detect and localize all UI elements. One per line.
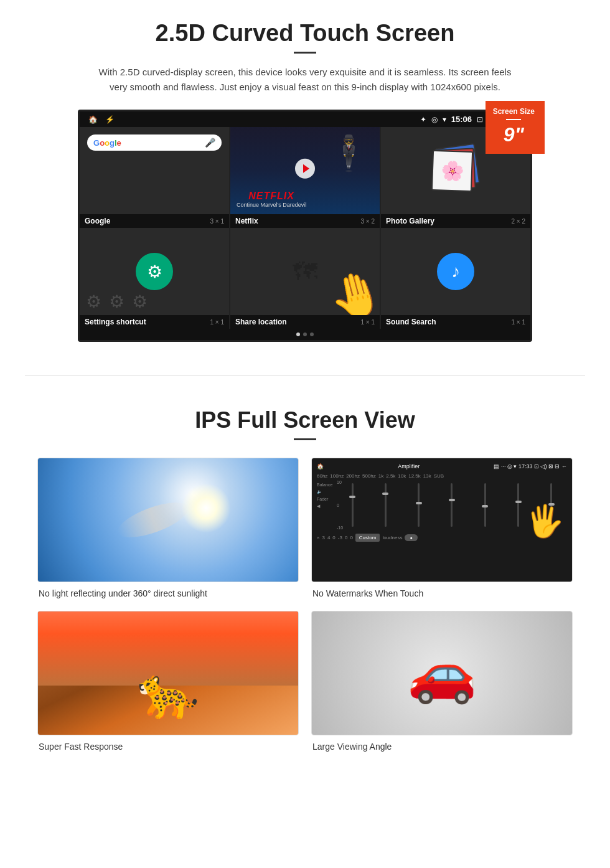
page-dot-indicator bbox=[80, 329, 530, 340]
section2-divider bbox=[294, 438, 316, 440]
title-divider bbox=[294, 52, 316, 54]
eq-db-values: 340-300 bbox=[322, 535, 352, 540]
netflix-bg: 🕴 NETFLIX Continue Marvel's Daredevil bbox=[230, 127, 380, 214]
netflix-label: Netflix bbox=[235, 217, 258, 225]
settings-size: 1 × 1 bbox=[210, 319, 224, 326]
share-size: 1 × 1 bbox=[360, 319, 375, 326]
eq-slider-6[interactable] bbox=[517, 483, 519, 527]
status-left-icons: 🏠 ⚡ bbox=[88, 115, 115, 124]
bluetooth-icon: ✦ bbox=[420, 115, 426, 124]
eq-axis-labels: Balance 🔈 Fader ◀ bbox=[317, 480, 336, 530]
settings-label-row: Settings shortcut 1 × 1 bbox=[80, 315, 229, 329]
music-note-icon: ♪ bbox=[437, 253, 474, 290]
section-divider bbox=[25, 375, 585, 376]
cheetah-icon: 🐆 bbox=[137, 664, 199, 722]
eq-slider-5[interactable] bbox=[484, 483, 486, 527]
eq-bg: 🏠 Amplifier ▤ ··· ◎ ▾ 17:33 ⊡ ◁) ⊠ ⊟ ← 6… bbox=[312, 458, 572, 582]
feature-cheetah: 🐆 Super Fast Response bbox=[37, 611, 299, 752]
device-screen: 🏠 ⚡ ✦ ◎ ▾ 15:06 ⊡ ◁) ⊠ ⬜ bbox=[78, 110, 532, 342]
dot-3 bbox=[310, 333, 314, 336]
eq-sliders-area: 10 0 -10 bbox=[337, 480, 567, 530]
google-label-row: Google 3 × 1 bbox=[80, 214, 229, 228]
gallery-label: Photo Gallery bbox=[386, 217, 434, 225]
gallery-size: 2 × 2 bbox=[511, 218, 525, 225]
netflix-label-row: Netflix 3 × 2 bbox=[230, 214, 380, 228]
wifi-icon: ▾ bbox=[443, 115, 446, 124]
app-cell-share-location[interactable]: 🗺 🤚 Share location 1 × 1 bbox=[230, 228, 380, 329]
eq-freq-labels: 60hz100hz200hz500hz1k2.5k10k12.5k13kSUB bbox=[317, 472, 567, 480]
google-size: 3 × 1 bbox=[210, 218, 224, 225]
dot-2 bbox=[303, 333, 307, 336]
app-grid-row1: Google 🎤 Google 3 × 1 bbox=[80, 127, 530, 228]
share-label-row: Share location 1 × 1 bbox=[230, 315, 380, 329]
eq-thumb-1 bbox=[349, 496, 355, 498]
hand-eq-icon: 🖐 bbox=[525, 503, 564, 539]
car-caption: Large Viewing Angle bbox=[311, 742, 573, 752]
eq-db-labels: 10 0 -10 bbox=[337, 480, 343, 530]
section1-title: 2.5D Curved Touch Screen bbox=[37, 20, 573, 47]
netflix-subtitle: Continue Marvel's Daredevil bbox=[237, 202, 306, 208]
section2-title: IPS Full Screen View bbox=[37, 407, 573, 433]
eq-slider-2[interactable] bbox=[385, 483, 387, 527]
sound-size: 1 × 1 bbox=[511, 319, 525, 326]
cheetah-bg: 🐆 bbox=[38, 611, 298, 735]
sunlight-image bbox=[37, 458, 299, 582]
eq-custom-btn[interactable]: Custom bbox=[355, 534, 380, 542]
status-bar: 🏠 ⚡ ✦ ◎ ▾ 15:06 ⊡ ◁) ⊠ ⬜ bbox=[80, 111, 530, 127]
photo-card-3: 🌸 bbox=[431, 150, 473, 192]
badge-title: Screen Size bbox=[493, 107, 535, 117]
bg-icon-3: ⚙ bbox=[132, 291, 148, 312]
share-label: Share location bbox=[235, 318, 287, 326]
usb-icon: ⚡ bbox=[105, 115, 115, 124]
eq-toggle[interactable]: ● bbox=[405, 534, 417, 541]
sound-bg: ♪ bbox=[381, 228, 530, 315]
google-bg: Google 🎤 bbox=[80, 127, 229, 214]
equalizer-image: 🏠 Amplifier ▤ ··· ◎ ▾ 17:33 ⊡ ◁) ⊠ ⊟ ← 6… bbox=[311, 458, 573, 582]
eq-top-bar: 🏠 Amplifier ▤ ··· ◎ ▾ 17:33 ⊡ ◁) ⊠ ⊟ ← bbox=[317, 463, 567, 469]
settings-label: Settings shortcut bbox=[85, 318, 146, 326]
eq-thumb-2 bbox=[382, 493, 388, 495]
car-top-icon: 🚗 bbox=[407, 641, 477, 706]
sound-label-row: Sound Search 1 × 1 bbox=[381, 315, 530, 329]
eq-loudness-label: loudness bbox=[382, 535, 402, 540]
section1-description: With 2.5D curved-display screen, this de… bbox=[93, 65, 517, 95]
settings-gear-icon: ⚙ bbox=[136, 253, 173, 290]
eq-thumb-4 bbox=[449, 499, 455, 501]
location-icon: ◎ bbox=[431, 115, 438, 124]
google-logo: Google bbox=[93, 138, 121, 148]
eq-slider-3[interactable] bbox=[418, 483, 420, 527]
app-cell-settings[interactable]: ⚙ ⚙ ⚙ ⚙ Settings shortcut 1 × 1 bbox=[80, 228, 229, 329]
netflix-play-button[interactable] bbox=[295, 159, 315, 179]
device-mockup: Screen Size 9" 🏠 ⚡ ✦ ◎ ▾ 15:06 ⊡ ◁) ⊠ bbox=[78, 110, 532, 342]
app-cell-netflix[interactable]: 🕴 NETFLIX Continue Marvel's Daredevil Ne… bbox=[230, 127, 380, 228]
eq-home-icon: 🏠 bbox=[317, 463, 324, 469]
settings-bg-icons: ⚙ ⚙ ⚙ bbox=[86, 291, 148, 312]
eq-slider-4[interactable] bbox=[451, 483, 453, 527]
cheetah-caption: Super Fast Response bbox=[37, 742, 299, 752]
home-icon[interactable]: 🏠 bbox=[88, 115, 98, 124]
car-image: 🚗 bbox=[311, 611, 573, 735]
google-mic-icon[interactable]: 🎤 bbox=[205, 138, 215, 148]
gallery-label-row: Photo Gallery 2 × 2 bbox=[381, 214, 530, 228]
google-search-bar[interactable]: Google 🎤 bbox=[87, 134, 222, 151]
hand-gesture-icon: 🤚 bbox=[323, 264, 380, 315]
eq-status-icons: ▤ ··· ◎ ▾ 17:33 ⊡ ◁) ⊠ ⊟ ← bbox=[494, 463, 567, 469]
bg-icon-2: ⚙ bbox=[109, 291, 124, 312]
app-cell-google[interactable]: Google 🎤 Google 3 × 1 bbox=[80, 127, 229, 228]
daredevil-silhouette: 🕴 bbox=[327, 133, 370, 174]
eq-prev-icon: « bbox=[317, 535, 319, 540]
settings-bg: ⚙ ⚙ ⚙ ⚙ bbox=[80, 228, 229, 315]
status-time: 15:06 bbox=[451, 115, 472, 124]
lens-flare bbox=[114, 496, 192, 545]
app-cell-sound-search[interactable]: ♪ Sound Search 1 × 1 bbox=[381, 228, 530, 329]
badge-size: 9" bbox=[493, 122, 535, 148]
eq-thumb-6 bbox=[515, 501, 522, 503]
eq-slider-1[interactable] bbox=[352, 483, 354, 527]
share-bg: 🗺 🤚 bbox=[230, 228, 380, 315]
maps-icon: 🗺 bbox=[293, 258, 317, 286]
sunlight-caption: No light reflecting under 360° direct su… bbox=[37, 588, 299, 598]
google-label: Google bbox=[85, 217, 110, 225]
app-grid-row2: ⚙ ⚙ ⚙ ⚙ Settings shortcut 1 × 1 bbox=[80, 228, 530, 329]
section-curved-screen: 2.5D Curved Touch Screen With 2.5D curve… bbox=[0, 0, 610, 357]
badge-divider bbox=[506, 119, 521, 120]
